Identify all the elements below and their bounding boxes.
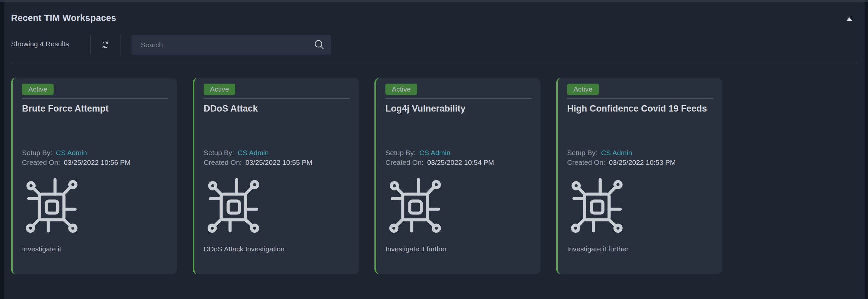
workspace-title: High Confidence Covid 19 Feeds [567, 103, 714, 114]
setup-by-row: Setup By:CS Admin [22, 148, 130, 157]
workspace-title: Brute Force Attempt [22, 103, 169, 114]
setup-by-row: Setup By:CS Admin [385, 148, 494, 157]
workspace-title: DDoS Attack [204, 103, 351, 114]
workspace-card[interactable]: Active High Confidence Covid 19 Feeds Se… [556, 78, 722, 274]
workspace-title: Log4j Vulnerability [385, 103, 532, 114]
setup-by-link[interactable]: CS Admin [56, 149, 87, 156]
ai-chip-icon [21, 173, 80, 235]
setup-by-label: Setup By: [22, 149, 52, 156]
setup-by-link[interactable]: CS Admin [601, 149, 632, 156]
setup-by-label: Setup By: [567, 149, 597, 156]
created-on-label: Created On: [567, 158, 605, 166]
workspace-description: DDoS Attack Investigation [204, 245, 352, 253]
chevron-up-icon [846, 17, 852, 21]
workspace-meta: Setup By:CS Admin Created On:03/25/2022 … [204, 148, 312, 167]
setup-by-row: Setup By:CS Admin [567, 148, 676, 157]
workspace-description: Investigate it [22, 245, 170, 253]
created-on-value: 03/25/2022 10:53 PM [609, 158, 676, 166]
workspace-description: Investigate it further [385, 245, 534, 253]
setup-by-link[interactable]: CS Admin [420, 149, 450, 156]
workspace-meta: Setup By:CS Admin Created On:03/25/2022 … [22, 148, 130, 167]
page-title: Recent TIM Workspaces [11, 13, 116, 23]
toolbar-divider [120, 35, 121, 54]
status-badge: Active [204, 84, 235, 95]
ai-chip-icon [384, 173, 443, 235]
workspace-description: Investigate it further [567, 245, 716, 253]
results-count-label: Showing 4 Results [11, 40, 69, 48]
setup-by-link[interactable]: CS Admin [238, 149, 269, 156]
card-divider [385, 98, 531, 98]
workspace-cards-row: Active Brute Force Attempt Setup By:CS A… [11, 78, 722, 274]
ai-chip-icon [203, 173, 261, 235]
setup-by-row: Setup By:CS Admin [204, 148, 312, 157]
created-on-label: Created On: [22, 158, 60, 166]
workspace-meta: Setup By:CS Admin Created On:03/25/2022 … [385, 148, 494, 167]
setup-by-label: Setup By: [385, 149, 416, 156]
search-input[interactable] [131, 35, 331, 55]
card-divider [22, 98, 168, 98]
workspace-card[interactable]: Active DDoS Attack Setup By:CS Admin Cre… [193, 78, 359, 274]
status-badge: Active [385, 84, 417, 95]
status-badge: Active [22, 84, 54, 95]
workspace-meta: Setup By:CS Admin Created On:03/25/2022 … [567, 148, 676, 167]
created-on-label: Created On: [385, 158, 423, 166]
created-on-row: Created On:03/25/2022 10:56 PM [22, 157, 130, 167]
created-on-value: 03/25/2022 10:55 PM [245, 158, 312, 166]
header-divider [11, 63, 857, 63]
workspace-card[interactable]: Active Brute Force Attempt Setup By:CS A… [11, 78, 177, 274]
recent-tim-workspaces-panel: Recent TIM Workspaces Showing 4 Results … [4, 2, 865, 299]
search-box [131, 35, 331, 55]
collapse-panel-button[interactable] [845, 15, 854, 23]
refresh-icon [101, 40, 110, 49]
created-on-value: 03/25/2022 10:54 PM [427, 158, 494, 166]
created-on-row: Created On:03/25/2022 10:54 PM [385, 157, 494, 167]
card-divider [204, 98, 350, 98]
card-divider [567, 98, 713, 98]
ai-chip-icon [566, 173, 625, 235]
created-on-value: 03/25/2022 10:56 PM [64, 158, 130, 166]
status-badge: Active [567, 84, 599, 95]
toolbar-divider [90, 35, 91, 54]
workspace-card[interactable]: Active Log4j Vulnerability Setup By:CS A… [374, 78, 540, 274]
created-on-label: Created On: [204, 158, 242, 166]
setup-by-label: Setup By: [204, 149, 234, 156]
created-on-row: Created On:03/25/2022 10:53 PM [567, 157, 676, 167]
refresh-button[interactable] [98, 38, 112, 52]
created-on-row: Created On:03/25/2022 10:55 PM [204, 157, 312, 167]
